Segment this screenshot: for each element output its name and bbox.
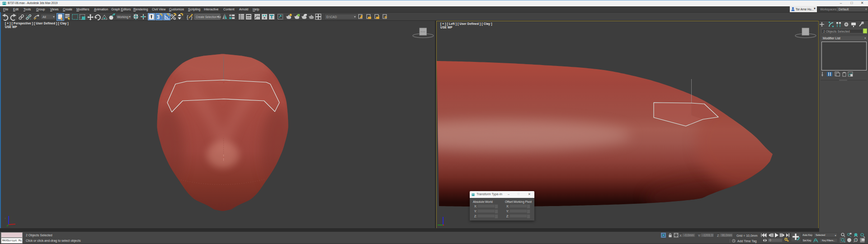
svg-text:D:\CAD: D:\CAD [326,15,337,19]
svg-text:3: 3 [157,14,160,20]
svg-text:{: { [187,14,189,20]
svg-text:FRONT: FRONT [420,31,425,33]
svg-text:All: All [42,15,46,19]
svg-text:Working: Working [117,15,128,19]
svg-text:z: z [5,217,6,220]
